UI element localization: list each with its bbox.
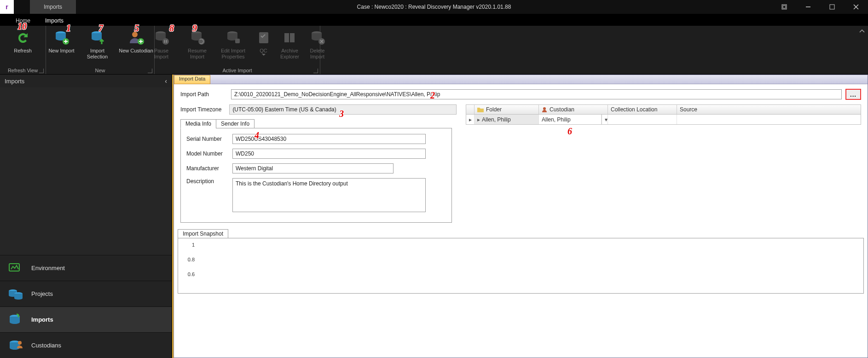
tab-strip-background bbox=[210, 75, 868, 84]
edit-import-properties-button: Edit Import Properties bbox=[215, 28, 251, 67]
grid-header-collection[interactable]: Collection Location bbox=[608, 105, 677, 114]
pause-import-label: Pause Import bbox=[154, 48, 168, 59]
dialog-launcher-icon[interactable] bbox=[148, 69, 152, 73]
row-collection-cell[interactable] bbox=[608, 115, 677, 124]
environment-icon bbox=[7, 262, 24, 275]
database-up-icon bbox=[89, 29, 106, 46]
main-area: Imports ‹ Environment Projects Imports C… bbox=[0, 75, 868, 358]
tab-import-data[interactable]: Import Data bbox=[174, 75, 210, 84]
refresh-icon bbox=[15, 29, 31, 46]
checklist-icon bbox=[255, 29, 272, 46]
serial-number-label: Serial Number bbox=[186, 136, 232, 142]
import-path-label: Import Path bbox=[180, 91, 231, 98]
database-edit-icon bbox=[225, 29, 242, 46]
import-path-input[interactable] bbox=[231, 89, 842, 99]
subtab-sender-info[interactable]: Sender Info bbox=[216, 119, 255, 128]
import-timezone-select[interactable]: (UTC-05:00) Eastern Time (US & Canada) bbox=[229, 104, 457, 115]
grid-indicator-col bbox=[466, 105, 475, 114]
custodian-grid-header: Folder Custodian Collection Location Sou… bbox=[466, 104, 861, 115]
new-import-label: New Import bbox=[48, 48, 74, 54]
import-data-tabstrip: Import Data bbox=[174, 75, 868, 84]
qc-button: QC bbox=[251, 28, 276, 67]
svg-rect-19 bbox=[290, 33, 295, 42]
import-form: Import Path ... Import Timezone (UTC-05:… bbox=[174, 84, 868, 225]
group-label-refresh: Refresh View bbox=[8, 68, 38, 73]
ribbon-group-active-import: Pause Import Resume Import Edit Import P… bbox=[155, 26, 320, 74]
collapse-left-icon[interactable]: ‹ bbox=[165, 77, 167, 85]
svg-point-12 bbox=[162, 38, 169, 45]
grid-header-source[interactable]: Source bbox=[677, 105, 861, 114]
menu-tab-home[interactable]: Home bbox=[8, 16, 38, 26]
nav-imports-label: Imports bbox=[31, 316, 53, 323]
import-selection-button[interactable]: Import Selection bbox=[80, 28, 116, 67]
chart-ytick-1: 1 bbox=[192, 242, 195, 248]
model-number-label: Model Number bbox=[186, 150, 232, 157]
svg-rect-17 bbox=[259, 32, 268, 43]
qc-label: QC bbox=[260, 48, 267, 54]
projects-icon bbox=[7, 288, 24, 300]
description-label: Description bbox=[186, 178, 232, 185]
row-indicator-icon: ▸ bbox=[466, 115, 475, 124]
left-panel-body bbox=[0, 87, 172, 255]
manufacturer-input[interactable] bbox=[232, 163, 393, 173]
row-custodian-cell[interactable]: Allen, Philip bbox=[539, 115, 602, 124]
snapshot-tabstrip: Import Snapshot bbox=[178, 229, 864, 238]
database-resume-icon bbox=[189, 29, 206, 46]
custodian-dropdown-icon[interactable]: ▾ bbox=[602, 115, 608, 124]
chart-ytick-08: 0.8 bbox=[188, 257, 195, 262]
model-number-input[interactable] bbox=[232, 149, 426, 159]
title-tab-imports[interactable]: Imports bbox=[30, 0, 76, 14]
menu-tab-imports[interactable]: Imports bbox=[38, 16, 71, 26]
delete-import-label: Delete Import bbox=[310, 48, 325, 59]
refresh-label: Refresh bbox=[14, 48, 32, 54]
import-snapshot-chart: 1 0.8 0.6 bbox=[178, 238, 864, 294]
dialog-launcher-icon[interactable] bbox=[313, 69, 318, 73]
custodians-icon bbox=[7, 339, 24, 352]
archive-explorer-label: Archive Explorer bbox=[280, 48, 299, 59]
svg-point-27 bbox=[18, 341, 22, 345]
resume-import-button: Resume Import bbox=[179, 28, 215, 67]
refresh-button[interactable]: Refresh bbox=[0, 28, 46, 67]
ribbon-collapse-icon[interactable] bbox=[859, 29, 865, 35]
expand-icon[interactable]: ▸ bbox=[477, 116, 480, 123]
custodian-grid-row[interactable]: ▸ ▸ Allen, Philip Allen, Philip ▾ bbox=[466, 115, 861, 125]
new-import-button[interactable]: New Import bbox=[44, 28, 80, 67]
nav-custodians[interactable]: Custodians bbox=[0, 332, 172, 358]
minimize-icon[interactable] bbox=[796, 0, 820, 14]
serial-number-input[interactable] bbox=[232, 134, 426, 144]
ribbon: Refresh Refresh View New Import Import S… bbox=[0, 26, 868, 75]
grid-header-custodian[interactable]: Custodian bbox=[539, 105, 608, 114]
tab-import-snapshot[interactable]: Import Snapshot bbox=[178, 229, 228, 238]
title-bar: r Imports Case : Newco2020 : Reveal Disc… bbox=[0, 0, 868, 14]
nav-bottom: Environment Projects Imports Custodians bbox=[0, 255, 172, 358]
chart-ytick-06: 0.6 bbox=[188, 271, 195, 277]
import-selection-label: Import Selection bbox=[87, 48, 108, 59]
restore-down-alt-icon[interactable] bbox=[772, 0, 796, 14]
grid-header-folder[interactable]: Folder bbox=[475, 105, 539, 114]
nav-environment[interactable]: Environment bbox=[0, 255, 172, 281]
nav-projects-label: Projects bbox=[31, 290, 53, 297]
row-source-cell[interactable] bbox=[677, 115, 861, 124]
app-icon: r bbox=[0, 0, 14, 14]
import-timezone-label: Import Timezone bbox=[180, 106, 229, 113]
chevron-down-icon bbox=[262, 54, 266, 56]
subtab-media-info[interactable]: Media Info bbox=[180, 119, 216, 128]
svg-rect-18 bbox=[284, 33, 289, 42]
content-area: Import Data Import Path ... Import Timez… bbox=[172, 75, 868, 358]
window-title: Case : Newco2020 : Reveal Discovery Mana… bbox=[357, 4, 511, 10]
browse-path-button[interactable]: ... bbox=[845, 89, 861, 100]
row-folder-cell: ▸ Allen, Philip bbox=[475, 115, 539, 124]
maximize-icon[interactable] bbox=[820, 0, 844, 14]
manufacturer-label: Manufacturer bbox=[186, 165, 232, 172]
database-delete-icon bbox=[309, 29, 326, 46]
database-pause-icon bbox=[153, 29, 170, 46]
description-input[interactable]: This is the Custodian's Home Directory o… bbox=[232, 178, 426, 212]
nav-projects[interactable]: Projects bbox=[0, 281, 172, 306]
pause-import-button: Pause Import bbox=[144, 28, 179, 67]
nav-imports[interactable]: Imports bbox=[0, 306, 172, 332]
dialog-launcher-icon[interactable] bbox=[39, 69, 44, 73]
svg-point-28 bbox=[543, 107, 546, 110]
nav-custodians-label: Custodians bbox=[31, 342, 61, 349]
group-label-new: New bbox=[95, 68, 105, 73]
close-icon[interactable] bbox=[844, 0, 868, 14]
